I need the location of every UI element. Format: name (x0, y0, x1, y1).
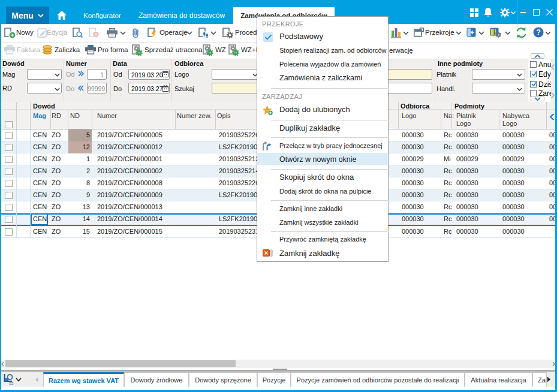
svg-text:?: ? (536, 28, 541, 37)
